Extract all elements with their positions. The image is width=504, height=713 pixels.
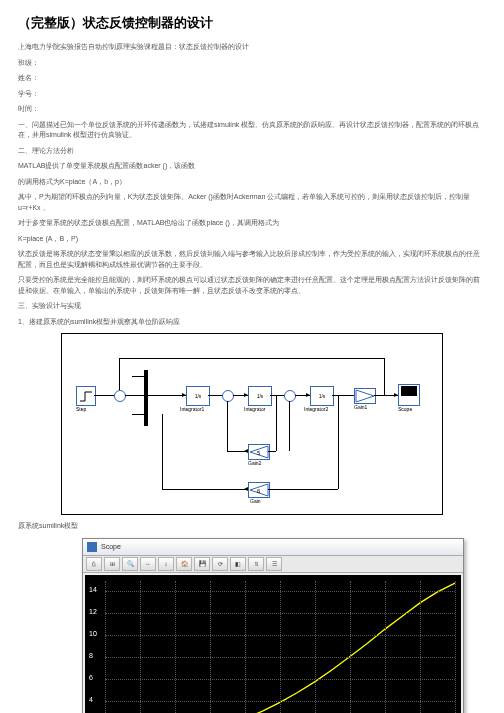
scope-plot: 02468101214012345678910 (85, 575, 461, 714)
gain1-label: Gain1 (354, 404, 367, 410)
section-3: 三、实验设计与实现 (18, 301, 486, 312)
ytick-label: 8 (89, 652, 93, 659)
page-title: （完整版）状态反馈控制器的设计 (18, 14, 486, 32)
p4: 对于多变量系统的状态反馈极点配置，MATLAB也给出了函数place ()，其调… (18, 218, 486, 229)
meta-class: 班级： (18, 58, 486, 69)
p3: 其中，P为期望闭环极点的列向量，K为状态反馈矩阵。Acker ()函数时Acke… (18, 192, 486, 213)
save-icon[interactable]: 💾 (194, 557, 210, 571)
step-block (76, 386, 96, 406)
gain-block: 6 (248, 482, 270, 498)
autoscale-icon[interactable]: 🏠 (176, 557, 192, 571)
step-label: Step (76, 406, 86, 412)
integrator1-block: 1/s (186, 386, 210, 406)
integrator-label: Integrator (244, 406, 265, 412)
integrator2-label: Integrator2 (304, 406, 328, 412)
caption-model: 原系统sumilink模型 (18, 521, 486, 532)
ytick-label: 6 (89, 674, 93, 681)
params-icon[interactable]: ⊞ (104, 557, 120, 571)
p8: 1、搭建原系统的sumilink模型并观察其单位阶跃响应 (18, 317, 486, 328)
sum-block-2 (222, 390, 234, 402)
scope-app-icon (87, 542, 97, 552)
sig-select-icon[interactable]: ☰ (266, 557, 282, 571)
lock-icon[interactable]: ⥮ (248, 557, 264, 571)
meta-name: 姓名： (18, 73, 486, 84)
restore-icon[interactable]: ⟳ (212, 557, 228, 571)
sum-block-1 (114, 390, 126, 402)
gain-label: Gain (250, 498, 261, 504)
ytick-label: 4 (89, 696, 93, 703)
scope-label: Scope (398, 406, 412, 412)
section-1: 一、问题描述已知一个单位反馈系统的开环传递函数为，试搭建simulink 模型。… (18, 120, 486, 141)
sum-block-3 (284, 390, 296, 402)
gain1-block (354, 388, 376, 404)
gain2-block: 5 (248, 444, 270, 460)
p2: 的调用格式为K=place（A，b，p） (18, 177, 486, 188)
gain2-label: Gain2 (248, 460, 261, 466)
section-2: 二、理论方法分析 (18, 146, 486, 157)
header-line: 上海电力学院实验报告自动控制原理实验课程题目：状态反馈控制器的设计 (18, 42, 486, 53)
integrator-block: 1/s (248, 386, 272, 406)
scope-window: Scope ⎙ ⊞ 🔍 ↔ ↕ 🏠 💾 ⟳ ◧ ⥮ ☰ 024681012140… (82, 538, 464, 714)
print-icon[interactable]: ⎙ (86, 557, 102, 571)
zoom-in-icon[interactable]: 🔍 (122, 557, 138, 571)
ytick-label: 10 (89, 630, 97, 637)
p5: K=place (A，B，P) (18, 234, 486, 245)
ytick-label: 12 (89, 608, 97, 615)
p1: MATLAB提供了单变量系统极点配置函数acker ()，该函数 (18, 161, 486, 172)
zoom-y-icon[interactable]: ↕ (158, 557, 174, 571)
meta-time: 时间： (18, 104, 486, 115)
p6: 状态反馈是将系统的状态变量乘以相应的反馈系数，然后反馈到输入端与参考输入比较后形… (18, 249, 486, 270)
ytick-label: 14 (89, 586, 97, 593)
scope-block (398, 384, 420, 406)
meta-id: 学号： (18, 89, 486, 100)
scope-titlebar: Scope (83, 539, 463, 556)
mux-block (144, 370, 148, 426)
simulink-diagram: Step 1/s Integrator1 1/s Integrator 1/s … (61, 333, 443, 515)
integrator1-label: Integrator1 (180, 406, 204, 412)
svg-marker-0 (356, 390, 374, 402)
integrator2-block: 1/s (310, 386, 334, 406)
scope-toolbar: ⎙ ⊞ 🔍 ↔ ↕ 🏠 💾 ⟳ ◧ ⥮ ☰ (83, 556, 463, 573)
scope-title-text: Scope (101, 543, 121, 550)
zoom-x-icon[interactable]: ↔ (140, 557, 156, 571)
float-icon[interactable]: ◧ (230, 557, 246, 571)
p7: 只要受控的系统是完全能控且能观的，则闭环系统的极点可以通过状态反馈矩阵的确定来进… (18, 275, 486, 296)
